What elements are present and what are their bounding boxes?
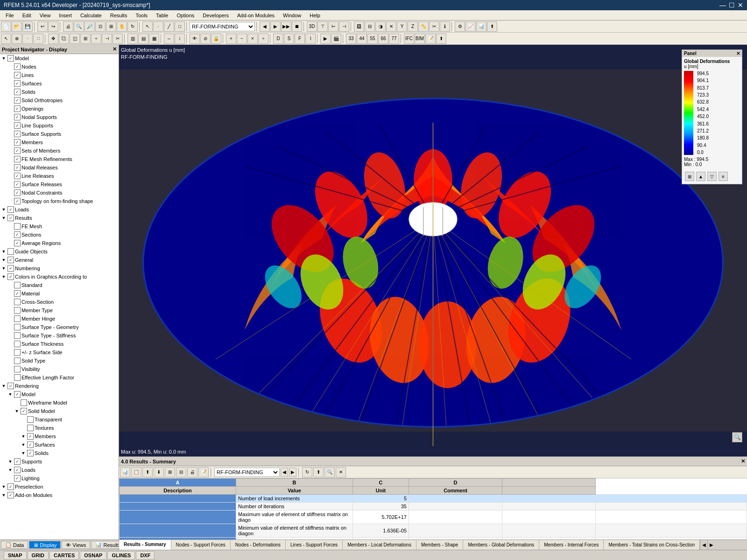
- checkbox-33[interactable]: [14, 324, 21, 330]
- checkbox-1[interactable]: [7, 55, 14, 62]
- checkbox-21[interactable]: [14, 223, 21, 230]
- tb-z[interactable]: Z: [408, 21, 418, 32]
- tree-item-43[interactable]: ▼Solid Model: [0, 407, 119, 415]
- tb2-snap[interactable]: ⊕: [12, 34, 22, 44]
- tree-item-9[interactable]: Line Supports: [0, 121, 119, 130]
- tb2-report[interactable]: 📝: [425, 34, 436, 44]
- legend-icon4[interactable]: ≡: [719, 172, 728, 181]
- tb2-77[interactable]: 77: [389, 34, 399, 44]
- tree-item-46[interactable]: ▼Members: [0, 432, 119, 441]
- tb-measure[interactable]: 📏: [418, 21, 429, 32]
- menu-help[interactable]: Help: [306, 12, 324, 19]
- bottom-combo-next[interactable]: ▶: [289, 468, 296, 477]
- tb2-mirror[interactable]: ◫: [70, 34, 80, 44]
- menu-tools[interactable]: Tools: [132, 12, 151, 19]
- tb2-area2[interactable]: ▤: [138, 34, 148, 44]
- tree-item-32[interactable]: Member Hinge: [0, 315, 119, 323]
- tree-item-21[interactable]: FE Mesh: [0, 222, 119, 231]
- checkbox-32[interactable]: [14, 315, 21, 322]
- expand-icon-47[interactable]: ▼: [21, 441, 26, 448]
- checkbox-5[interactable]: [14, 89, 21, 95]
- checkbox-50[interactable]: [14, 467, 21, 473]
- expand-icon-41[interactable]: ▼: [7, 391, 13, 398]
- expand-icon-49[interactable]: ▼: [7, 458, 13, 465]
- tree-item-18[interactable]: Topology on form-finding shape: [0, 197, 119, 205]
- status-osnap[interactable]: OSNAP: [80, 551, 106, 560]
- checkbox-42[interactable]: [21, 399, 27, 406]
- tree-item-4[interactable]: Surfaces: [0, 79, 119, 88]
- menu-view[interactable]: View: [36, 12, 55, 19]
- checkbox-27[interactable]: [7, 273, 14, 280]
- bottom-tab-1[interactable]: Nodes - Support Forces: [171, 540, 231, 550]
- checkbox-7[interactable]: [14, 105, 21, 112]
- tb2-cursor[interactable]: ↖: [1, 34, 11, 44]
- tb-shade[interactable]: ◑: [375, 21, 386, 32]
- tb-clip[interactable]: ✂: [429, 21, 439, 32]
- tb-settings[interactable]: ⚙: [455, 21, 465, 32]
- tb-node[interactable]: ·: [153, 21, 163, 32]
- checkbox-30[interactable]: [14, 299, 21, 305]
- tree-item-11[interactable]: Members: [0, 138, 119, 147]
- tb-zoom-out[interactable]: 🔎: [85, 21, 95, 32]
- rf-combo[interactable]: RF-FORM-FINDING: [190, 22, 255, 31]
- checkbox-46[interactable]: [27, 433, 34, 440]
- tree-item-44[interactable]: Transparent: [0, 415, 119, 424]
- checkbox-14[interactable]: [14, 164, 21, 171]
- tree-item-10[interactable]: Surface Supports: [0, 130, 119, 138]
- status-cartes[interactable]: CARTES: [49, 551, 79, 560]
- menu-developers[interactable]: Developers: [199, 12, 233, 19]
- tb-open[interactable]: 📂: [12, 21, 22, 32]
- bt-btn8[interactable]: 📝: [198, 467, 209, 477]
- bt-btn2[interactable]: 📋: [131, 467, 141, 477]
- checkbox-9[interactable]: [14, 122, 21, 129]
- bottom-panel-close[interactable]: ✕: [741, 458, 745, 464]
- expand-icon-48[interactable]: ▼: [21, 449, 26, 457]
- expand-icon-40[interactable]: ▼: [1, 382, 7, 390]
- expand-icon-43[interactable]: ▼: [14, 407, 20, 415]
- tree-item-30[interactable]: Cross-Section: [0, 298, 119, 306]
- tree-container[interactable]: ▼Model Nodes Lines Surfaces Solids Solid…: [0, 54, 119, 539]
- menu-edit[interactable]: Edit: [19, 12, 35, 19]
- tree-item-14[interactable]: Nodal Releases: [0, 163, 119, 172]
- tree-item-40[interactable]: ▼Rendering: [0, 382, 119, 390]
- tb-side[interactable]: ⊣: [339, 21, 349, 32]
- bottom-tabs-scroll-right[interactable]: ▶: [707, 540, 715, 550]
- status-dxf[interactable]: DXF: [136, 551, 155, 560]
- status-grid[interactable]: GRID: [28, 551, 49, 560]
- checkbox-43[interactable]: [21, 408, 27, 414]
- tab-display[interactable]: 🖥 Display: [29, 541, 61, 549]
- checkbox-48[interactable]: [27, 450, 34, 456]
- tb-y[interactable]: Y: [397, 21, 407, 32]
- menu-addon[interactable]: Add-on Modules: [233, 12, 278, 19]
- tb2-disp[interactable]: D: [273, 34, 283, 44]
- tree-item-22[interactable]: Sections: [0, 231, 119, 239]
- tb2-copy[interactable]: ⿻: [59, 34, 69, 44]
- tb2-eye[interactable]: 👁: [190, 34, 200, 44]
- tb2-force[interactable]: F: [295, 34, 305, 44]
- bt-export[interactable]: ⬆: [313, 467, 324, 477]
- expand-icon-26[interactable]: ▼: [1, 265, 7, 272]
- tb2-66[interactable]: 66: [378, 34, 388, 44]
- menu-insert[interactable]: Insert: [55, 12, 76, 19]
- checkbox-11[interactable]: [14, 139, 21, 146]
- checkbox-52[interactable]: [7, 483, 14, 490]
- tb2-bim[interactable]: BIM: [415, 34, 425, 44]
- tree-item-35[interactable]: Surface Thickness: [0, 340, 119, 348]
- tb-rotate[interactable]: ↻: [127, 21, 138, 32]
- tree-item-42[interactable]: Wireframe Model: [0, 399, 119, 407]
- checkbox-16[interactable]: [14, 181, 21, 188]
- tb-redo[interactable]: ↪: [48, 21, 58, 32]
- tb-zoom-fit[interactable]: ⊡: [95, 21, 106, 32]
- checkbox-18[interactable]: [14, 198, 21, 204]
- tree-item-27[interactable]: ▼Colors in Graphics According to: [0, 273, 119, 281]
- tree-item-8[interactable]: Nodal Supports: [0, 113, 119, 121]
- expand-icon-24[interactable]: ▼: [1, 248, 7, 255]
- tb2-lock[interactable]: 🔒: [211, 34, 221, 44]
- tb2-div[interactable]: ÷: [258, 34, 268, 44]
- navigator-close[interactable]: ✕: [113, 46, 117, 52]
- menu-window[interactable]: Window: [279, 12, 305, 19]
- tree-item-47[interactable]: ▼Surfaces: [0, 441, 119, 449]
- bottom-tab-2[interactable]: Nodes - Deformations: [231, 540, 286, 550]
- tb-select[interactable]: ↖: [142, 21, 153, 32]
- tb-graph[interactable]: 📈: [465, 21, 476, 32]
